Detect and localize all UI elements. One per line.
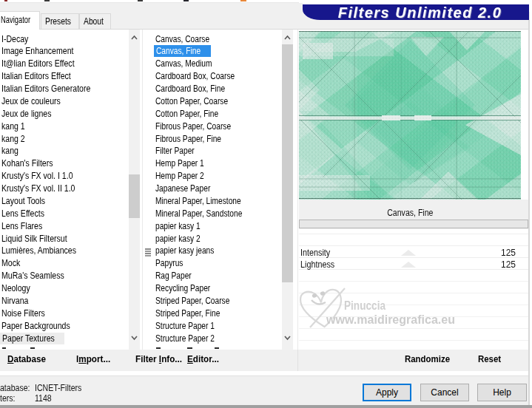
svg-text:Pinuccia: Pinuccia: [344, 299, 385, 312]
svg-text:www.maidiregrafica.eu: www.maidiregrafica.eu: [326, 313, 455, 326]
